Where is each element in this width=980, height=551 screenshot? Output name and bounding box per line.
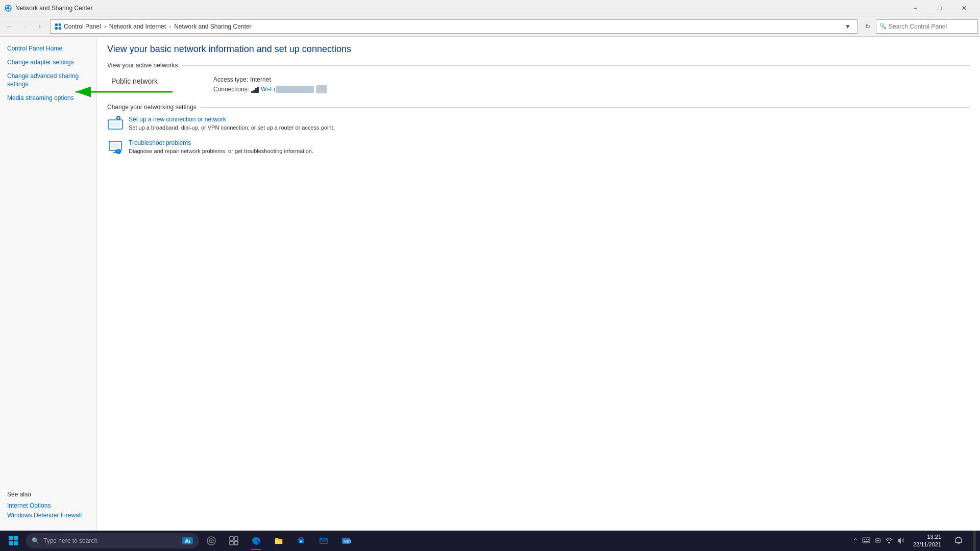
- svg-rect-30: [230, 537, 233, 540]
- settings-section: Set up a new connection or network Set u…: [107, 116, 970, 156]
- minimize-button[interactable]: −: [903, 0, 927, 16]
- svg-rect-35: [300, 541, 302, 542]
- active-networks-header: View your active networks: [107, 62, 970, 69]
- taskbar-app6[interactable]: NET: [335, 531, 357, 551]
- up-button[interactable]: ↑: [33, 19, 47, 34]
- search-input[interactable]: [889, 23, 974, 30]
- taskbar-search-icon: 🔍: [32, 537, 39, 544]
- taskbar-search[interactable]: 🔍 Type here to search Ai: [26, 533, 199, 548]
- taskbar-store[interactable]: [290, 531, 312, 551]
- close-button[interactable]: ✕: [952, 0, 976, 16]
- back-button[interactable]: ←: [2, 19, 16, 34]
- address-dropdown-button[interactable]: ▼: [843, 19, 853, 34]
- svg-rect-26: [14, 541, 18, 545]
- svg-rect-34: [275, 540, 282, 544]
- search-icon: 🔍: [879, 23, 887, 30]
- green-arrow-annotation: [70, 82, 193, 104]
- window-title: Network and Sharing Center: [15, 5, 903, 12]
- sidebar-item-home[interactable]: Control Panel Home: [0, 42, 96, 56]
- internet-options-link[interactable]: Internet Options: [7, 501, 89, 511]
- svg-text:NET: NET: [344, 539, 351, 544]
- show-desktop-button[interactable]: [973, 531, 976, 551]
- tray-expand[interactable]: ⌃: [852, 537, 859, 544]
- sidebar-bottom: See also Internet Options Windows Defend…: [0, 486, 96, 525]
- networks-table: Public network Access type: Internet Con…: [107, 74, 970, 95]
- navigation-bar: ← → ↑ Control Panel › Network and Intern…: [0, 16, 980, 37]
- svg-rect-24: [14, 536, 18, 540]
- taskbar-tray: ⌃: [850, 531, 978, 551]
- clock-time: 13:21: [913, 533, 941, 541]
- maximize-button[interactable]: □: [928, 0, 951, 16]
- taskbar-mail[interactable]: [312, 531, 335, 551]
- network-row: Public network Access type: Internet Con…: [107, 74, 970, 95]
- window-controls: − □ ✕: [903, 0, 976, 16]
- taskbar: 🔍 Type here to search Ai: [0, 531, 980, 551]
- cortana-button[interactable]: [200, 531, 223, 551]
- sidebar-item-change-adapter[interactable]: Change adapter settings: [0, 56, 96, 69]
- svg-rect-39: [863, 538, 870, 543]
- svg-rect-25: [9, 541, 13, 545]
- troubleshoot-icon: ?: [107, 139, 124, 156]
- svg-rect-7: [59, 23, 61, 26]
- wifi-connection-link[interactable]: Wi-Fi: [261, 86, 275, 93]
- troubleshoot-text: Troubleshoot problems Diagnose and repai…: [129, 139, 313, 155]
- svg-rect-23: [9, 536, 13, 540]
- tray-icons: ⌃: [850, 537, 907, 545]
- svg-rect-8: [55, 27, 58, 30]
- notification-button[interactable]: [947, 531, 970, 551]
- access-type-value: Internet: [250, 76, 271, 83]
- address-bar[interactable]: Control Panel › Network and Internet › N…: [50, 19, 857, 34]
- network-info: Access type: Internet Connections:: [209, 74, 970, 95]
- svg-point-1: [7, 7, 10, 9]
- refresh-button[interactable]: ↻: [861, 19, 875, 34]
- search-box[interactable]: 🔍: [876, 19, 978, 34]
- window-icon: [4, 4, 12, 12]
- network-icon-blurred: [316, 85, 327, 93]
- title-bar: Network and Sharing Center − □ ✕: [0, 0, 980, 16]
- svg-rect-32: [230, 541, 233, 545]
- ai-badge: Ai: [182, 537, 193, 544]
- new-connection-link[interactable]: Set up a new connection or network: [129, 116, 335, 123]
- networking-settings-header: Change your networking settings: [107, 104, 970, 111]
- svg-rect-16: [111, 143, 119, 148]
- new-connection-text: Set up a new connection or network Set u…: [129, 116, 335, 131]
- troubleshoot-link[interactable]: Troubleshoot problems: [129, 139, 313, 146]
- new-connection-icon: [107, 116, 124, 132]
- networking-settings-title: Change your networking settings: [107, 104, 197, 111]
- tray-network[interactable]: [885, 537, 894, 545]
- control-panel-icon: [55, 23, 62, 30]
- connections-label: Connections:: [213, 86, 249, 93]
- breadcrumb-network-internet[interactable]: Network and Internet: [109, 23, 166, 30]
- troubleshoot-desc: Diagnose and repair network problems, or…: [129, 148, 313, 154]
- forward-button[interactable]: →: [17, 19, 32, 34]
- clock-date: 22/11/2021: [913, 541, 941, 548]
- svg-rect-33: [234, 541, 238, 545]
- svg-rect-6: [55, 23, 58, 26]
- wifi-signal-icon: [251, 86, 259, 93]
- see-also-title: See also: [7, 491, 89, 498]
- access-type-label: Access type:: [213, 76, 248, 83]
- svg-rect-31: [234, 537, 238, 540]
- svg-rect-40: [864, 539, 865, 540]
- svg-rect-9: [59, 27, 61, 30]
- taskbar-edge[interactable]: [245, 531, 267, 551]
- tray-storage[interactable]: [873, 537, 883, 545]
- new-connection-desc: Set up a broadband, dial-up, or VPN conn…: [129, 124, 335, 131]
- taskbar-search-text: Type here to search: [43, 537, 97, 544]
- new-connection-item: Set up a new connection or network Set u…: [107, 116, 970, 132]
- active-networks-title: View your active networks: [107, 62, 178, 69]
- wifi-name-blurred: XXXXXXXXX: [276, 86, 314, 93]
- windows-defender-link[interactable]: Windows Defender Firewall: [7, 511, 89, 520]
- taskbar-file-explorer[interactable]: [267, 531, 290, 551]
- breadcrumb-control-panel[interactable]: Control Panel: [64, 23, 101, 30]
- svg-text:?: ?: [117, 149, 119, 154]
- start-button[interactable]: [2, 531, 24, 551]
- page-title: View your basic network information and …: [107, 44, 970, 55]
- taskbar-clock[interactable]: 13:21 22/11/2021: [909, 533, 945, 549]
- task-view-button[interactable]: [223, 531, 245, 551]
- svg-point-29: [211, 540, 212, 542]
- svg-rect-11: [110, 122, 120, 127]
- svg-rect-36: [320, 538, 327, 543]
- tray-keyboard[interactable]: [861, 537, 871, 545]
- tray-volume[interactable]: [896, 537, 905, 545]
